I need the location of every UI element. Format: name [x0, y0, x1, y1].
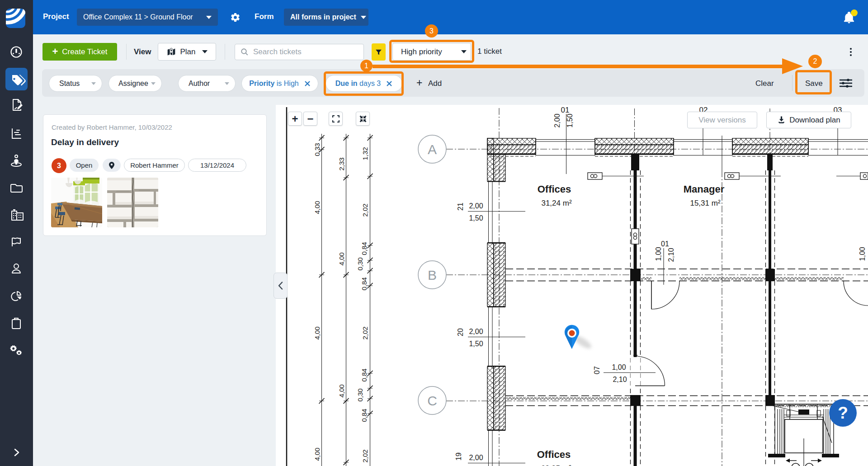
- svg-text:21: 21: [457, 202, 464, 211]
- svg-text:2,00: 2,00: [469, 328, 483, 335]
- svg-text:0,84: 0,84: [360, 409, 368, 422]
- svg-text:0,84: 0,84: [360, 277, 368, 290]
- svg-text:15,31 m²: 15,31 m²: [690, 199, 720, 207]
- svg-text:2,10: 2,10: [613, 376, 627, 383]
- svg-text:Manager: Manager: [684, 184, 725, 195]
- svg-text:2,33: 2,33: [338, 157, 345, 170]
- svg-text:4,00: 4,00: [313, 201, 321, 214]
- svg-text:0,30: 0,30: [356, 257, 364, 270]
- svg-text:4,00: 4,00: [338, 384, 345, 397]
- svg-text:C: C: [427, 393, 437, 408]
- svg-text:4,00: 4,00: [313, 326, 321, 339]
- svg-text:19: 19: [455, 452, 462, 461]
- svg-text:2,02: 2,02: [361, 326, 369, 339]
- svg-text:Offices: Offices: [537, 449, 571, 460]
- svg-text:1,00: 1,00: [655, 247, 662, 261]
- svg-text:1,00: 1,00: [859, 247, 866, 261]
- svg-text:0,33: 0,33: [313, 143, 321, 156]
- svg-text:69,95 m²: 69,95 m²: [541, 464, 571, 466]
- svg-text:01: 01: [661, 240, 669, 248]
- svg-text:1,50: 1,50: [566, 113, 574, 127]
- svg-text:2,10: 2,10: [667, 248, 675, 262]
- svg-text:Offices: Offices: [538, 184, 571, 195]
- svg-text:2,00: 2,00: [553, 113, 561, 127]
- svg-text:07: 07: [593, 366, 601, 374]
- svg-text:1,50: 1,50: [469, 340, 483, 348]
- svg-text:31,24 m²: 31,24 m²: [541, 199, 571, 207]
- svg-text:1,00: 1,00: [612, 363, 626, 371]
- svg-text:A: A: [428, 142, 437, 157]
- svg-text:01: 01: [561, 106, 570, 114]
- svg-text:2,00: 2,00: [469, 454, 483, 461]
- svg-text:2,00: 2,00: [469, 202, 483, 210]
- svg-text:4,00: 4,00: [313, 447, 321, 461]
- svg-text:0,84: 0,84: [360, 368, 368, 381]
- svg-text:1,32: 1,32: [361, 147, 369, 160]
- svg-text:1,50: 1,50: [469, 214, 483, 222]
- svg-text:B: B: [428, 268, 437, 282]
- svg-text:0,84: 0,84: [360, 242, 368, 255]
- svg-text:4,00: 4,00: [338, 252, 345, 265]
- svg-text:0,30: 0,30: [356, 388, 364, 401]
- svg-text:2,02: 2,02: [361, 449, 369, 462]
- svg-text:2,02: 2,02: [361, 203, 369, 217]
- svg-text:20: 20: [457, 328, 464, 336]
